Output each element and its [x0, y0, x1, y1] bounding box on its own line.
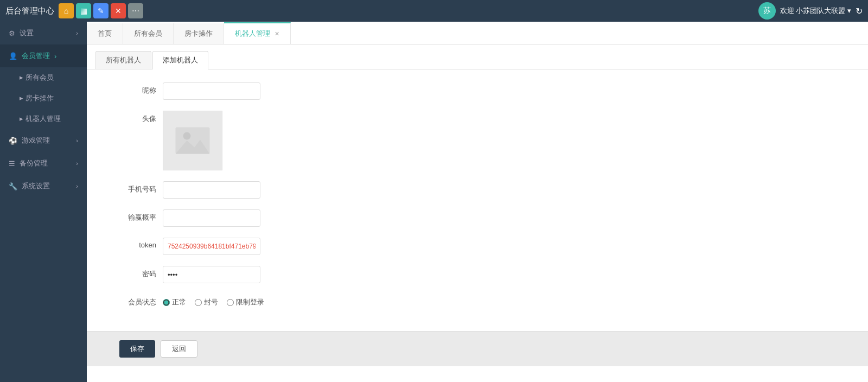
- back-button[interactable]: 返回: [161, 340, 197, 358]
- member-management-label: 会员管理: [22, 51, 50, 61]
- sub-tab-add-robot-label: 添加机器人: [163, 56, 198, 64]
- bullet-icon: ▸: [20, 73, 23, 81]
- tab-robot-management-label: 机器人管理: [235, 29, 270, 39]
- sidebar-item-member-management[interactable]: 👤 会员管理 ›: [0, 44, 87, 67]
- tab-room-card[interactable]: 房卡操作: [174, 23, 224, 44]
- content-area: 所有机器人 添加机器人 昵称 头像: [87, 44, 868, 382]
- avatar-label: 头像: [119, 111, 163, 124]
- settings-label: 设置: [20, 28, 34, 38]
- status-banned-radio[interactable]: [195, 299, 202, 306]
- sidebar-item-all-members[interactable]: ▸ 所有会员: [0, 67, 87, 88]
- status-restricted[interactable]: 限制登录: [227, 297, 264, 307]
- sub-tab-all-robots[interactable]: 所有机器人: [95, 51, 151, 69]
- home-icon-btn[interactable]: ⌂: [59, 3, 74, 18]
- avatar: 苏: [758, 2, 776, 20]
- phone-input[interactable]: [163, 181, 260, 199]
- status-banned-label: 封号: [204, 297, 218, 307]
- tab-home-label: 首页: [98, 29, 112, 39]
- status-restricted-radio[interactable]: [227, 299, 234, 306]
- sidebar: ⚙ 设置 › 👤 会员管理 › ▸ 所有会员 ▸ 房卡操作 ▸ 机器人管理 ⚽ …: [0, 22, 87, 382]
- system-settings-label: 系统设置: [22, 181, 50, 191]
- tab-robot-close-icon[interactable]: ✕: [275, 30, 279, 37]
- topbar-user[interactable]: 欢迎 小苏团队大联盟 ▾: [780, 6, 851, 16]
- bullet-icon2: ▸: [20, 94, 23, 102]
- tab-robot-management[interactable]: 机器人管理 ✕: [224, 22, 291, 44]
- nickname-label: 昵称: [119, 82, 163, 96]
- status-radio-group: 正常 封号 限制登录: [163, 294, 264, 307]
- sidebar-item-room-card[interactable]: ▸ 房卡操作: [0, 88, 87, 109]
- sidebar-item-game-management[interactable]: ⚽ 游戏管理 ›: [0, 129, 87, 152]
- tab-room-card-label: 房卡操作: [184, 29, 213, 39]
- member-status-label: 会员状态: [119, 294, 163, 307]
- settings-chevron: ›: [76, 30, 78, 36]
- svg-point-1: [183, 132, 191, 140]
- bullet-icon3: ▸: [20, 114, 23, 123]
- member-chevron: ›: [54, 52, 56, 60]
- topbar-left: 后台管理中心 ⌂ ▦ ✎ ✕ ⋯: [5, 3, 143, 18]
- sidebar-item-settings[interactable]: ⚙ 设置 ›: [0, 22, 87, 44]
- form-row-avatar: 头像: [119, 111, 781, 170]
- nickname-input[interactable]: [163, 82, 260, 100]
- image-placeholder-icon: [174, 122, 212, 160]
- nav-tabs: 首页 所有会员 房卡操作 机器人管理 ✕: [87, 22, 868, 44]
- settings-icon: ⚙: [9, 29, 15, 37]
- status-normal[interactable]: 正常: [163, 297, 186, 307]
- layout: ⚙ 设置 › 👤 会员管理 › ▸ 所有会员 ▸ 房卡操作 ▸ 机器人管理 ⚽ …: [0, 22, 868, 382]
- footer-bar: 保存 返回: [87, 331, 868, 366]
- sidebar-item-backup-management[interactable]: ☰ 备份管理 ›: [0, 152, 87, 175]
- form-row-phone: 手机号码: [119, 181, 781, 199]
- form-row-member-status: 会员状态 正常 封号 限制登录: [119, 294, 781, 307]
- win-rate-label: 输赢概率: [119, 209, 163, 222]
- status-normal-label: 正常: [172, 297, 186, 307]
- backup-chevron: ›: [76, 160, 78, 167]
- sub-tab-add-robot[interactable]: 添加机器人: [152, 51, 208, 69]
- topbar: 后台管理中心 ⌂ ▦ ✎ ✕ ⋯ 苏 欢迎 小苏团队大联盟 ▾ ↻: [0, 0, 868, 22]
- avatar-upload[interactable]: [163, 111, 222, 170]
- form-area: 昵称 头像 手机号码: [87, 69, 868, 331]
- phone-label: 手机号码: [119, 181, 163, 194]
- game-icon: ⚽: [9, 137, 17, 145]
- sidebar-item-system-settings[interactable]: 🔧 系统设置 ›: [0, 175, 87, 198]
- topbar-title: 后台管理中心: [5, 6, 54, 16]
- backup-icon: ☰: [9, 160, 15, 168]
- topbar-icons: ⌂ ▦ ✎ ✕ ⋯: [59, 3, 143, 18]
- sidebar-item-robot-management[interactable]: ▸ 机器人管理: [0, 109, 87, 129]
- member-icon: 👤: [9, 52, 17, 60]
- more-icon-btn[interactable]: ⋯: [128, 3, 143, 18]
- sub-tabs: 所有机器人 添加机器人: [87, 44, 868, 69]
- system-chevron: ›: [76, 183, 78, 189]
- token-input[interactable]: [163, 238, 260, 255]
- robot-management-label: 机器人管理: [25, 114, 61, 123]
- tab-home[interactable]: 首页: [87, 23, 123, 44]
- backup-management-label: 备份管理: [20, 158, 48, 168]
- save-button[interactable]: 保存: [119, 340, 155, 358]
- password-label: 密码: [119, 266, 163, 279]
- topbar-right: 苏 欢迎 小苏团队大联盟 ▾ ↻: [758, 2, 863, 20]
- delete-icon-btn[interactable]: ✕: [111, 3, 126, 18]
- win-rate-input[interactable]: [163, 209, 260, 227]
- form-row-password: 密码: [119, 266, 781, 283]
- system-icon: 🔧: [9, 182, 17, 190]
- form-row-nickname: 昵称: [119, 82, 781, 100]
- token-label: token: [119, 238, 163, 249]
- password-input[interactable]: [163, 266, 260, 283]
- form-row-token: token: [119, 238, 781, 255]
- game-chevron: ›: [76, 137, 78, 144]
- status-restricted-label: 限制登录: [236, 297, 264, 307]
- status-banned[interactable]: 封号: [195, 297, 218, 307]
- refresh-icon[interactable]: ↻: [856, 6, 863, 16]
- sub-tab-all-robots-label: 所有机器人: [106, 56, 141, 64]
- edit-icon-btn[interactable]: ✎: [93, 3, 108, 18]
- all-members-label: 所有会员: [25, 73, 54, 81]
- room-card-label: 房卡操作: [25, 94, 54, 102]
- tab-all-members[interactable]: 所有会员: [123, 23, 174, 44]
- tab-all-members-label: 所有会员: [134, 29, 162, 39]
- form-row-win-rate: 输赢概率: [119, 209, 781, 227]
- game-management-label: 游戏管理: [22, 136, 50, 145]
- main: 首页 所有会员 房卡操作 机器人管理 ✕ 所有机器人 添加机器人: [87, 22, 868, 382]
- status-normal-radio[interactable]: [163, 299, 170, 306]
- grid-icon-btn[interactable]: ▦: [76, 3, 91, 18]
